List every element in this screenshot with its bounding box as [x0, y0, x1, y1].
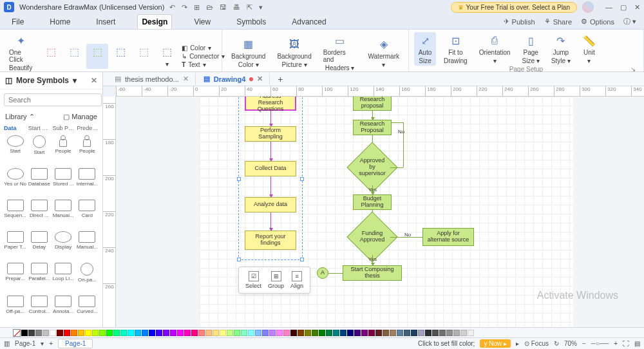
color-swatch[interactable] [340, 330, 346, 336]
node-perform-sampling[interactable]: Perform Sampling [245, 126, 296, 142]
color-swatch[interactable] [390, 330, 396, 336]
canvas[interactable]: Address Research Questions Perform Sampl… [116, 97, 644, 327]
save-icon[interactable]: 🖫 [220, 3, 227, 12]
redo-icon[interactable]: ↷ [182, 3, 187, 12]
shape-stencil[interactable]: Database [28, 168, 50, 197]
color-swatch[interactable] [50, 330, 56, 336]
add-page-button[interactable]: + [49, 340, 53, 347]
color-swatch[interactable] [255, 330, 261, 336]
connector[interactable] [270, 212, 271, 231]
color-swatch[interactable] [312, 330, 318, 336]
connector[interactable] [390, 237, 422, 238]
select-tool[interactable]: ☑Select [245, 271, 261, 289]
color-dropdown[interactable]: ◧Color ▾ [182, 44, 225, 52]
connector[interactable] [372, 111, 373, 120]
color-swatch[interactable] [213, 330, 219, 336]
share-button[interactable]: ⚘Share [544, 17, 572, 26]
menu-view[interactable]: View [190, 15, 214, 29]
color-swatch[interactable] [453, 330, 460, 336]
color-swatch[interactable] [234, 330, 240, 336]
auto-size-button[interactable]: ⤢AutoSize [414, 32, 436, 66]
color-swatch[interactable] [397, 330, 403, 336]
menu-home[interactable]: Home [46, 15, 74, 29]
doc-tab-drawing4[interactable]: ▤ Drawing4 ✕ [197, 73, 270, 85]
connector[interactable] [328, 273, 343, 274]
color-swatch[interactable] [298, 330, 304, 336]
new-icon[interactable]: ⊞ [194, 3, 200, 12]
color-swatch[interactable] [128, 330, 134, 336]
color-swatch[interactable] [85, 330, 91, 336]
bg-picture-button[interactable]: 🖼BackgroundPicture ▾ [273, 36, 315, 70]
color-swatch[interactable] [163, 330, 169, 336]
symbol-search-input[interactable] [4, 93, 102, 106]
color-swatch[interactable] [78, 330, 84, 336]
color-swatch[interactable] [368, 330, 375, 336]
focus-mode-button[interactable]: ⊙ Focus [524, 340, 549, 347]
symbols-panel-header[interactable]: ◫ More Symbols ▾ ✕ [0, 72, 102, 90]
color-swatch[interactable] [35, 330, 42, 336]
align-tool[interactable]: ≡Align [290, 271, 303, 289]
color-swatch[interactable] [411, 330, 417, 336]
publish-button[interactable]: ✈Publish [504, 17, 535, 26]
shape-stencil[interactable]: Card [76, 200, 99, 229]
color-swatch[interactable] [361, 330, 368, 336]
options-button[interactable]: ⚙Options [581, 17, 614, 26]
export-icon[interactable]: ⇱ [247, 3, 252, 12]
color-swatch[interactable] [71, 330, 77, 336]
color-swatch[interactable] [439, 330, 446, 336]
theme-preset-1[interactable]: ⬚ [40, 44, 62, 69]
symbol-category[interactable]: Data [4, 125, 26, 131]
color-swatch[interactable] [106, 330, 113, 336]
zoom-fit-icon[interactable]: ↻ [554, 340, 559, 347]
theme-preset-6[interactable]: ⬚▾ [156, 44, 178, 69]
color-swatch[interactable] [64, 330, 70, 336]
text-dropdown[interactable]: TText ▾ [182, 61, 225, 68]
symbol-category[interactable]: Start or... [28, 125, 50, 131]
color-swatch[interactable] [156, 330, 162, 336]
color-swatch[interactable] [198, 330, 205, 336]
connector[interactable] [403, 122, 404, 167]
manage-button[interactable]: ▢ Manage [63, 113, 97, 121]
connector[interactable] [270, 176, 271, 197]
watermark-button[interactable]: ◈Watermark▾ [364, 36, 403, 70]
no-color-swatch[interactable] [13, 329, 21, 337]
shape-stencil[interactable]: Start [4, 135, 26, 165]
shape-stencil[interactable]: Sequen... [4, 200, 26, 229]
theme-preset-5[interactable]: ⬚ [133, 44, 155, 69]
color-swatch[interactable] [404, 330, 410, 336]
color-swatch[interactable] [276, 330, 283, 336]
shape-stencil[interactable]: Stored ... [52, 168, 75, 197]
color-swatch[interactable] [220, 330, 226, 336]
borders-headers-button[interactable]: ▭Borders andHeaders ▾ [319, 32, 361, 73]
unit-button[interactable]: 📏Unit▾ [578, 32, 600, 66]
connector[interactable] [372, 185, 373, 194]
shape-stencil[interactable]: Loop Li... [52, 263, 75, 293]
menu-design[interactable]: Design [137, 14, 172, 29]
color-swatch[interactable] [28, 330, 35, 336]
color-swatch[interactable] [21, 330, 28, 336]
theme-preset-3[interactable]: ⬚ [86, 44, 108, 69]
color-swatch[interactable] [191, 330, 198, 336]
add-tab-button[interactable]: + [271, 74, 289, 84]
theme-preset-2[interactable]: ⬚ [63, 44, 85, 69]
group-tool[interactable]: ⊞Group [268, 271, 284, 289]
color-swatch[interactable] [468, 330, 474, 336]
library-toggle[interactable]: Library ⌃ [5, 113, 35, 121]
node-research-proposal-1[interactable]: Research proposal [353, 97, 392, 111]
tab-close-icon[interactable]: ✕ [257, 75, 263, 83]
color-swatch[interactable] [375, 330, 382, 336]
menu-file[interactable]: File [8, 15, 28, 29]
color-swatch[interactable] [149, 330, 155, 336]
swatch-nav-icon[interactable]: ▸ [516, 340, 519, 347]
shape-stencil[interactable]: Off-pa... [4, 296, 26, 325]
color-swatch[interactable] [113, 330, 120, 336]
connector[interactable] [392, 122, 403, 123]
color-swatch[interactable] [418, 330, 424, 336]
shape-stencil[interactable]: Control... [28, 296, 50, 325]
shape-stencil[interactable]: Manual... [76, 231, 99, 260]
node-collect-data[interactable]: Collect Data [245, 161, 296, 176]
fullscreen-icon[interactable]: ⛶ [623, 340, 629, 347]
shape-stencil[interactable]: Parallel... [28, 263, 50, 293]
shape-stencil[interactable]: Manual... [52, 200, 75, 229]
color-swatch[interactable] [460, 330, 467, 336]
